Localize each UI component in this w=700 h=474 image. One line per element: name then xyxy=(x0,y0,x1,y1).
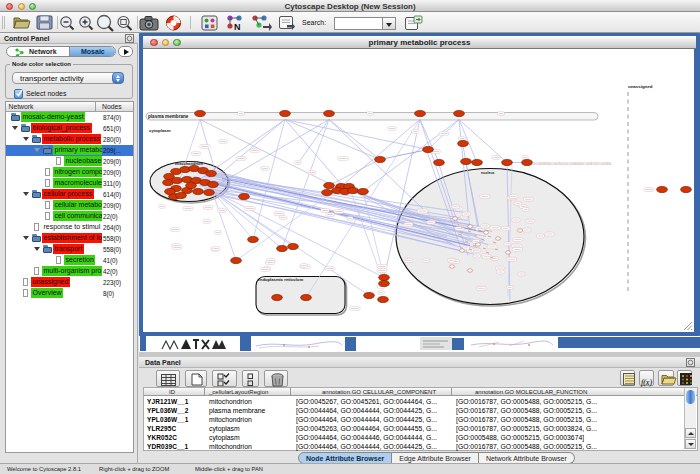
svg-text:cytoplasm: cytoplasm xyxy=(149,128,171,133)
svg-text:plasma membrane: plasma membrane xyxy=(148,114,189,119)
svg-text:endoplasmic reticulum: endoplasmic reticulum xyxy=(258,277,304,282)
svg-text:unassigned: unassigned xyxy=(628,83,653,88)
svg-text:mitochondrion: mitochondrion xyxy=(175,161,204,166)
svg-text:GO:0005834|GO:0019001|GO:00080: GO:0005834|GO:0019001|GO:0008066|GO:0048… xyxy=(533,161,612,165)
svg-text:nucleus: nucleus xyxy=(481,170,495,174)
svg-text:N: N xyxy=(234,22,241,32)
